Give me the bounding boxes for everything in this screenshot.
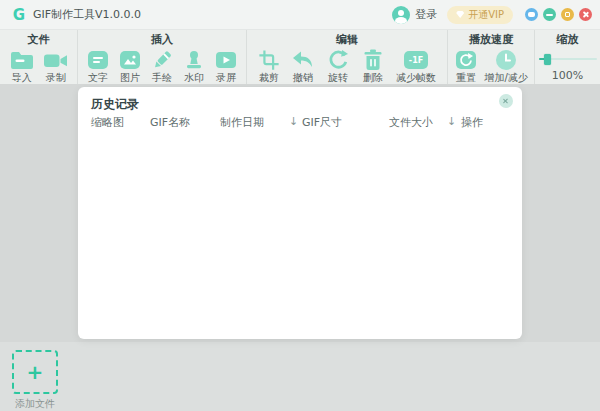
toolbar-label-delete: 删除 xyxy=(363,72,383,84)
toolbar-button-text[interactable]: 文字 xyxy=(86,48,110,84)
feedback-button[interactable] xyxy=(525,8,538,21)
import-folder-icon xyxy=(9,48,35,72)
zoom-value: 100% xyxy=(552,69,583,82)
screen-record-play-icon xyxy=(214,48,238,72)
toolbar-label-screen-record: 录屏 xyxy=(216,72,236,84)
group-title-play-speed: 播放速度 xyxy=(469,33,513,47)
window-controls xyxy=(525,8,592,21)
bottom-strip xyxy=(0,342,600,411)
minimize-icon xyxy=(546,14,553,16)
maximize-icon xyxy=(565,12,571,18)
toolbar-label-reduce-frames: 减少帧数 xyxy=(396,72,436,84)
toolbar-button-crop[interactable]: 裁剪 xyxy=(258,48,280,84)
toolbar-group-file: 文件 导入 录制 xyxy=(0,30,78,84)
zoom-slider[interactable] xyxy=(539,52,597,66)
close-icon xyxy=(582,11,589,18)
toolbar-label-image: 图片 xyxy=(120,72,140,84)
toolbar-label-undo: 撤销 xyxy=(293,72,313,84)
toolbar-group-zoom: 缩放 100% xyxy=(535,30,600,84)
column-gif-name: GIF名称 xyxy=(150,115,190,130)
group-title-zoom: 缩放 xyxy=(557,33,579,47)
minimize-button[interactable] xyxy=(543,8,556,21)
history-close-button[interactable] xyxy=(499,94,513,108)
add-file-button[interactable]: + xyxy=(12,350,58,394)
close-button[interactable] xyxy=(579,8,592,21)
toolbar-button-image[interactable]: 图片 xyxy=(118,48,142,84)
group-title-insert: 插入 xyxy=(151,33,173,47)
app-logo-icon: G xyxy=(10,6,28,24)
toolbar-group-edit: 编辑 裁剪 撤销 旋转 xyxy=(247,30,448,84)
add-file-label: 添加文件 xyxy=(12,397,58,411)
record-camera-icon xyxy=(43,48,68,72)
titlebar: G GIF制作工具V1.0.0.0 登录 开通VIP xyxy=(0,0,600,30)
toolbar-button-rotate[interactable]: 旋转 xyxy=(326,48,350,84)
toolbar-button-reset-speed[interactable]: 重置 xyxy=(454,48,478,84)
toolbar-button-reduce-frames[interactable]: -1F 减少帧数 xyxy=(396,48,436,84)
toolbar-button-delete[interactable]: 删除 xyxy=(361,48,385,84)
undo-arrow-icon xyxy=(291,48,315,72)
toolbar-button-draw[interactable]: 手绘 xyxy=(150,48,174,84)
reduce-frames-badge: -1F xyxy=(404,51,428,69)
history-panel: 历史记录 缩略图 GIF名称 制作日期 ↓ GIF尺寸 文件大小 ↓ 操作 xyxy=(78,87,522,339)
column-file-size: 文件大小 xyxy=(389,115,433,130)
toolbar-button-record[interactable]: 录制 xyxy=(43,48,68,84)
toolbar-group-insert: 插入 文字 图片 手绘 xyxy=(78,30,247,84)
column-actions: 操作 xyxy=(461,115,483,130)
plus-icon: + xyxy=(27,362,44,382)
history-table-body xyxy=(78,137,522,337)
column-date: 制作日期 xyxy=(220,115,264,130)
column-gif-size: GIF尺寸 xyxy=(302,115,342,130)
maximize-button[interactable] xyxy=(561,8,574,21)
vip-diamond-icon xyxy=(456,11,464,18)
group-title-edit: 编辑 xyxy=(336,33,358,47)
close-icon xyxy=(503,98,509,104)
text-icon xyxy=(86,48,110,72)
toolbar-label-rotate: 旋转 xyxy=(328,72,348,84)
sort-desc-icon[interactable]: ↓ xyxy=(447,115,456,128)
history-table-header: 缩略图 GIF名称 制作日期 ↓ GIF尺寸 文件大小 ↓ 操作 xyxy=(78,115,522,133)
toolbar-label-reset-speed: 重置 xyxy=(456,72,476,84)
login-button[interactable]: 登录 xyxy=(415,7,437,22)
group-title-file: 文件 xyxy=(28,33,50,47)
toolbar-button-undo[interactable]: 撤销 xyxy=(291,48,315,84)
clock-icon xyxy=(495,48,517,72)
toolbar-label-record: 录制 xyxy=(46,72,66,84)
app-title: GIF制作工具V1.0.0.0 xyxy=(33,7,141,22)
toolbar-button-speed-adjust[interactable]: 增加/减少 xyxy=(484,48,527,84)
reset-icon xyxy=(454,48,478,72)
user-avatar[interactable] xyxy=(392,6,410,24)
sort-desc-icon[interactable]: ↓ xyxy=(289,115,298,128)
toolbar-group-play-speed: 播放速度 重置 增加/减少 xyxy=(448,30,535,84)
image-icon xyxy=(118,48,142,72)
toolbar: 文件 导入 录制 插入 文字 xyxy=(0,30,600,84)
toolbar-label-crop: 裁剪 xyxy=(259,72,279,84)
toolbar-label-watermark: 水印 xyxy=(184,72,204,84)
vip-label: 开通VIP xyxy=(468,8,504,22)
column-thumbnail: 缩略图 xyxy=(91,115,124,130)
toolbar-label-speed-adjust: 增加/减少 xyxy=(484,72,527,84)
toolbar-label-draw: 手绘 xyxy=(152,72,172,84)
chat-icon xyxy=(528,12,535,17)
toolbar-label-import: 导入 xyxy=(12,72,32,84)
toolbar-label-text: 文字 xyxy=(88,72,108,84)
history-panel-title: 历史记录 xyxy=(91,96,139,113)
zoom-slider-handle[interactable] xyxy=(544,54,551,65)
pencil-icon xyxy=(150,48,174,72)
toolbar-button-screen-record[interactable]: 录屏 xyxy=(214,48,238,84)
stamp-icon xyxy=(182,48,206,72)
toolbar-button-watermark[interactable]: 水印 xyxy=(182,48,206,84)
reduce-frames-icon: -1F xyxy=(404,48,428,72)
toolbar-button-import[interactable]: 导入 xyxy=(9,48,35,84)
rotate-icon xyxy=(326,48,350,72)
crop-icon xyxy=(258,48,280,72)
trash-icon xyxy=(361,48,385,72)
open-vip-button[interactable]: 开通VIP xyxy=(447,6,513,24)
